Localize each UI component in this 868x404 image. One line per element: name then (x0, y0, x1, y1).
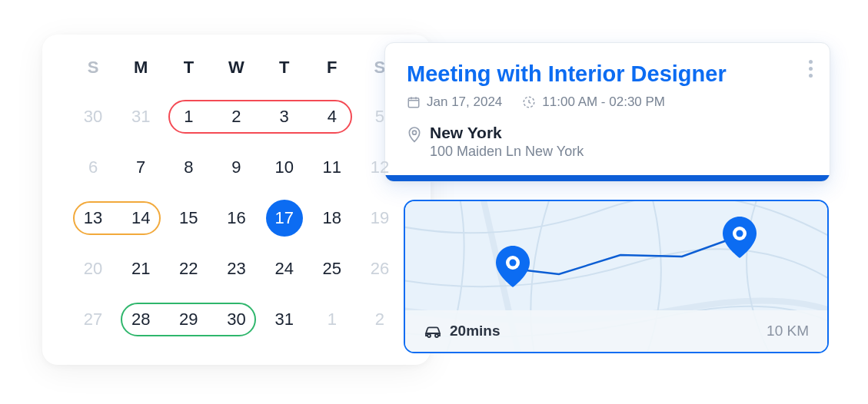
map-distance: 10 KM (767, 323, 809, 339)
calendar-grid: SMTWTFS303112345678910111213141516171819… (69, 58, 404, 337)
calendar-day[interactable]: 29 (165, 302, 212, 337)
calendar-day[interactable]: 13 (69, 200, 117, 236)
calendar-weekday: F (308, 58, 356, 84)
svg-rect-0 (408, 98, 419, 108)
svg-point-8 (427, 334, 431, 337)
calendar-weekday: M (117, 58, 165, 84)
calendar-day[interactable]: 6 (69, 150, 117, 185)
calendar-day[interactable]: 3 (261, 99, 308, 134)
calendar-day[interactable]: 30 (212, 302, 260, 337)
calendar-card: SMTWTFS303112345678910111213141516171819… (42, 35, 431, 365)
svg-point-2 (413, 131, 417, 134)
svg-point-5 (510, 260, 517, 267)
calendar-day[interactable]: 25 (308, 251, 356, 286)
meeting-time: 11:00 AM - 02:30 PM (542, 94, 665, 110)
car-icon (424, 323, 442, 339)
calendar-day[interactable]: 18 (308, 200, 356, 236)
meeting-card[interactable]: Meeting with Interior Designer Jan 17, 2… (384, 42, 830, 182)
meeting-accent-bar (385, 175, 830, 181)
location-city: New York (430, 124, 584, 142)
calendar-day[interactable]: 1 (165, 99, 212, 134)
map-duration: 20mins (450, 323, 500, 339)
clock-icon (522, 95, 536, 109)
meeting-date: Jan 17, 2024 (427, 94, 502, 110)
calendar-day[interactable]: 2 (212, 99, 260, 134)
calendar-day[interactable]: 16 (212, 200, 260, 236)
calendar-weekday: W (212, 58, 260, 84)
calendar-day[interactable]: 14 (117, 200, 165, 236)
calendar-weekday: T (261, 58, 308, 84)
location-icon (407, 126, 422, 144)
calendar-day[interactable]: 30 (69, 99, 117, 134)
svg-point-7 (737, 230, 743, 237)
calendar-weekday: T (165, 58, 212, 84)
calendar-day[interactable]: 27 (69, 302, 117, 337)
meeting-title: Meeting with Interior Designer (407, 61, 808, 87)
calendar-day[interactable]: 20 (69, 251, 117, 286)
calendar-day[interactable]: 4 (308, 99, 356, 134)
calendar-icon (407, 95, 421, 109)
calendar-weekday: S (69, 58, 117, 84)
map-card[interactable]: 20mins 10 KM (404, 200, 829, 353)
calendar-day[interactable]: 10 (261, 150, 308, 185)
calendar-day[interactable]: 31 (261, 302, 308, 337)
calendar-day[interactable]: 17 (261, 200, 308, 236)
calendar-day[interactable]: 9 (212, 150, 260, 185)
calendar-day[interactable]: 1 (308, 302, 356, 337)
calendar-day[interactable]: 22 (165, 251, 212, 286)
calendar-day[interactable]: 31 (117, 99, 165, 134)
calendar-day[interactable]: 28 (117, 302, 165, 337)
calendar-day[interactable]: 21 (117, 251, 165, 286)
meeting-location: New York 100 Maiden Ln New York (407, 124, 808, 160)
calendar-day[interactable]: 2 (356, 302, 404, 337)
meeting-meta: Jan 17, 2024 11:00 AM - 02:30 PM (407, 94, 808, 110)
location-address: 100 Maiden Ln New York (430, 144, 584, 160)
calendar-day[interactable]: 26 (356, 251, 404, 286)
calendar-day[interactable]: 11 (308, 150, 356, 185)
calendar-day[interactable]: 15 (165, 200, 212, 236)
calendar-day[interactable]: 23 (212, 251, 260, 286)
map-footer: 20mins 10 KM (405, 310, 827, 352)
calendar-day[interactable]: 24 (261, 251, 308, 286)
kebab-menu-icon[interactable] (809, 60, 813, 78)
calendar-day[interactable]: 7 (117, 150, 165, 185)
svg-point-9 (435, 334, 438, 337)
calendar-day[interactable]: 19 (356, 200, 404, 236)
calendar-day[interactable]: 8 (165, 150, 212, 185)
